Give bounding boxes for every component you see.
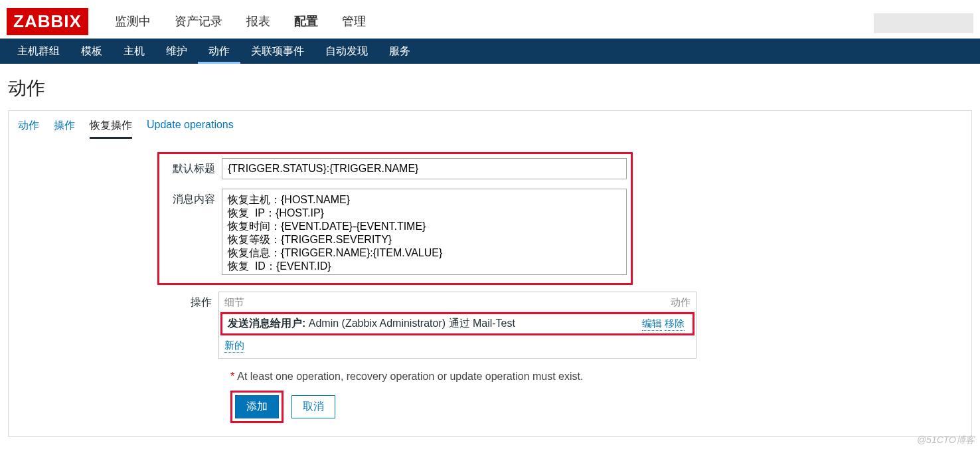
watermark: @51CTO博客 [917,434,975,446]
tab-recovery-operations[interactable]: 恢复操作 [90,119,132,139]
operation-detail-rest: Admin (Zabbix Administrator) 通过 Mail-Tes… [305,317,515,329]
form-tabs: 动作 操作 恢复操作 Update operations [9,118,971,139]
sub-nav-maintenance[interactable]: 维护 [155,39,198,64]
required-asterisk: * [230,371,234,382]
new-operation-link[interactable]: 新的 [224,339,244,353]
form-panel: 动作 操作 恢复操作 Update operations 默认标题 消息内容 操… [8,110,972,437]
main-nav-reports[interactable]: 报表 [234,3,282,40]
cancel-button[interactable]: 取消 [291,395,335,418]
sub-nav-host-groups[interactable]: 主机群组 [7,39,70,64]
add-button[interactable]: 添加 [235,395,279,418]
main-nav-inventory[interactable]: 资产记录 [163,3,234,40]
label-default-subject: 默认标题 [163,158,222,176]
recovery-form: 默认标题 消息内容 操作 细节 动作 [9,152,971,423]
sub-nav-templates[interactable]: 模板 [70,39,113,64]
main-nav: 监测中 资产记录 报表 配置 管理 [103,3,378,40]
operations-table: 细节 动作 发送消息给用户: Admin (Zabbix Administrat… [218,292,696,359]
highlight-subject-message: 默认标题 消息内容 [157,152,633,285]
main-nav-configuration[interactable]: 配置 [282,3,330,40]
edit-operation-link[interactable]: 编辑 [642,317,662,331]
label-operations: 操作 [18,292,218,310]
main-nav-monitoring[interactable]: 监测中 [103,3,163,40]
operations-table-header: 细节 动作 [219,292,696,312]
operations-hint: *At least one operation, recovery operat… [230,363,962,391]
top-bar: ZABBIX 监测中 资产记录 报表 配置 管理 [0,0,980,39]
message-textarea[interactable] [222,189,627,275]
sub-nav: 主机群组 模板 主机 维护 动作 关联项事件 自动发现 服务 [0,39,980,64]
col-detail: 细节 [224,296,671,309]
main-nav-administration[interactable]: 管理 [330,3,378,40]
col-action: 动作 [671,296,691,309]
remove-operation-link[interactable]: 移除 [665,317,685,331]
label-message: 消息内容 [163,189,222,207]
search-input[interactable] [874,13,973,33]
operation-detail-bold: 发送消息给用户: [228,317,305,329]
sub-nav-actions[interactable]: 动作 [198,39,240,64]
logo: ZABBIX [7,8,88,35]
tab-action[interactable]: 动作 [18,119,39,139]
sub-nav-hosts[interactable]: 主机 [113,39,155,64]
sub-nav-discovery[interactable]: 自动发现 [315,39,378,64]
sub-nav-services[interactable]: 服务 [378,39,421,64]
operation-detail: 发送消息给用户: Admin (Zabbix Administrator) 通过… [228,317,642,331]
page-title: 动作 [0,64,980,110]
tab-operations[interactable]: 操作 [54,119,75,139]
default-subject-input[interactable] [222,158,627,179]
hint-text: At least one operation, recovery operati… [237,371,583,382]
highlight-add-button: 添加 [230,391,284,423]
operation-row: 发送消息给用户: Admin (Zabbix Administrator) 通过… [222,314,693,333]
tab-update-operations[interactable]: Update operations [147,119,234,139]
button-bar: 添加 取消 [230,391,962,423]
